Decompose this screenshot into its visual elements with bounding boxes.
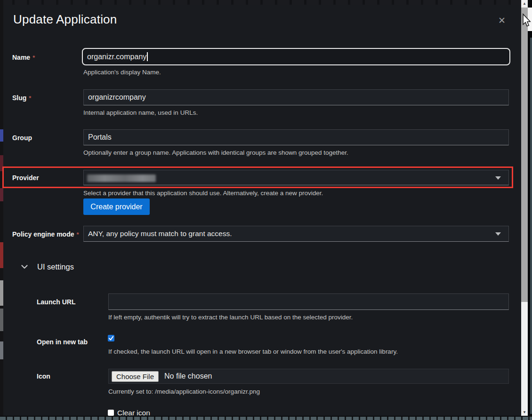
scroll-up-icon[interactable]: ▲: [521, 1, 528, 6]
background-fragment: [0, 280, 3, 306]
policy-engine-mode-label: Policy engine mode*: [12, 230, 79, 238]
provider-help: Select a provider that this application …: [83, 190, 323, 197]
name-help: Application's display Name.: [83, 69, 161, 76]
launch-url-input[interactable]: [108, 293, 509, 310]
chevron-down-icon: [495, 232, 501, 236]
required-asterisk: *: [76, 231, 79, 238]
create-provider-button[interactable]: Create provider: [83, 198, 150, 215]
file-status-text: No file chosen: [164, 372, 212, 380]
required-asterisk: *: [29, 95, 31, 102]
icon-help: Currently set to: /media/application-ico…: [108, 388, 260, 395]
window-frame-edge: [530, 38, 532, 414]
page-behind-left: [0, 0, 3, 420]
ui-settings-toggle[interactable]: UI settings: [21, 262, 74, 271]
screen: Update Application ✕ Name* organizr.comp…: [0, 0, 532, 420]
window-right-edge: [528, 0, 532, 420]
slug-help: Internal application name, used in URLs.: [83, 109, 198, 116]
chevron-down-icon: [21, 265, 28, 269]
page-behind-bottom: [0, 416, 532, 420]
scrollbar-thumb[interactable]: [521, 8, 528, 302]
background-fragment: [0, 309, 3, 331]
provider-highlight-annotation: [2, 166, 513, 188]
open-in-new-tab-help: If checked, the launch URL will open in …: [108, 348, 398, 355]
icon-file-input[interactable]: Choose File No file chosen: [108, 369, 509, 384]
close-icon[interactable]: ✕: [496, 15, 508, 27]
modal-title: Update Application: [13, 12, 117, 27]
slug-label: Slug*: [12, 94, 31, 102]
icon-label: Icon: [37, 372, 50, 380]
open-in-new-tab-checkbox[interactable]: [108, 335, 114, 341]
clear-icon-checkbox[interactable]: [108, 410, 114, 416]
background-fragment: [0, 341, 3, 359]
background-fragment: [0, 188, 3, 201]
mouse-cursor: [521, 13, 531, 28]
update-application-modal: Update Application ✕ Name* organizr.comp…: [3, 5, 521, 416]
page-behind-top: [0, 0, 532, 5]
background-fragment: [0, 242, 3, 268]
checkmark-icon: [108, 335, 114, 341]
text-caret: [147, 52, 148, 61]
scroll-down-icon[interactable]: ▼: [521, 410, 528, 414]
vertical-scrollbar[interactable]: ▲ ▼: [521, 0, 528, 416]
background-fragment: [0, 129, 3, 142]
policy-engine-mode-select[interactable]: ANY, any policy must match to grant acce…: [83, 226, 509, 242]
ui-settings-label: UI settings: [37, 262, 74, 271]
launch-url-help: If left empty, authentik will try to ext…: [108, 314, 353, 321]
open-in-new-tab-label: Open in new tab: [37, 338, 88, 346]
group-help: Optionally enter a group name. Applicati…: [83, 149, 348, 156]
name-label: Name*: [12, 54, 35, 61]
required-asterisk: *: [32, 54, 35, 61]
slug-input[interactable]: organizrcompany: [83, 89, 509, 105]
group-label: Group: [12, 134, 32, 142]
launch-url-label: Launch URL: [37, 298, 75, 306]
choose-file-button[interactable]: Choose File: [112, 371, 159, 382]
name-input[interactable]: organizr.company: [82, 48, 510, 65]
group-input[interactable]: Portals: [83, 129, 509, 145]
